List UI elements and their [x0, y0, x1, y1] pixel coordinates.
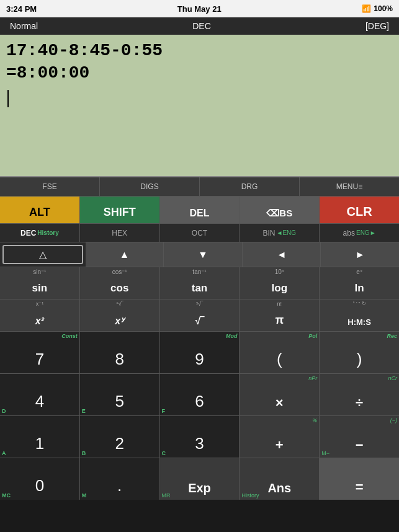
tan-button[interactable]: tan⁻¹ tan [160, 267, 240, 299]
down-icon: ▼ [198, 249, 208, 260]
del-button[interactable]: DEL [160, 197, 240, 223]
button-3[interactable]: 3 C [160, 416, 240, 458]
trig-row: sin⁻¹ sin cos⁻¹ cos tan⁻¹ tan 10ˣ log eˣ… [0, 267, 399, 299]
sin-button[interactable]: sin⁻¹ sin [0, 267, 80, 299]
bs-button[interactable]: ⌫BS [240, 197, 320, 223]
arrow-row: △ ▲ ▼ ◄ ► [0, 242, 399, 267]
alt-button[interactable]: ALT [0, 197, 80, 223]
button-8[interactable]: 8 [80, 332, 160, 373]
mode-dec[interactable]: DEC [192, 21, 211, 31]
exp-button[interactable]: Exp MR [160, 458, 240, 500]
cursor [7, 90, 9, 107]
up-outline-icon: △ [39, 249, 47, 260]
close-paren-button[interactable]: Rec ) [320, 332, 399, 373]
power-row: x⁻¹ x² ˣ√‾ xʸ ³√‾ √‾ n! π ° ′ ″ ↻ H:M:S [0, 299, 399, 331]
func-row: FSE DIGS DRG MENU≡ [0, 177, 399, 196]
display: 17:40-8:45-0:55 =8:00:00 [0, 35, 399, 177]
mode-deg[interactable]: [DEG] [365, 21, 389, 31]
minus-button[interactable]: (−) − M− [320, 416, 399, 458]
display-line2: =8:00:00 [6, 62, 393, 84]
button-9[interactable]: Mod 9 [160, 332, 240, 373]
wifi-icon: 📶 [362, 4, 371, 13]
display-text: 17:40-8:45-0:55 =8:00:00 [6, 40, 393, 107]
status-time: 3:24 PM [6, 4, 37, 14]
up-button[interactable]: ▲ [86, 242, 164, 267]
display-line1: 17:40-8:45-0:55 [6, 40, 393, 62]
battery-text: 100% [374, 4, 393, 13]
multiply-button[interactable]: nPr × [240, 374, 320, 415]
sqrt-button[interactable]: ³√‾ √‾ [160, 299, 240, 331]
row-456: 4 D 5 E 6 F nPr × nCr ÷ [0, 373, 399, 415]
status-bar: 3:24 PM Thu May 21 📶 100% [0, 0, 399, 17]
xy-button[interactable]: ˣ√‾ xʸ [80, 299, 160, 331]
x2-button[interactable]: x⁻¹ x² [0, 299, 80, 331]
alt-shift-row: ALT SHIFT DEL ⌫BS CLR [0, 196, 399, 223]
fse-button[interactable]: FSE [0, 177, 100, 196]
log-button[interactable]: 10ˣ log [240, 267, 320, 299]
clr-button[interactable]: CLR [320, 197, 399, 223]
left-button[interactable]: ◄ [243, 242, 321, 267]
calc-area: FSE DIGS DRG MENU≡ ALT SHIFT DEL ⌫BS CLR… [0, 177, 399, 500]
status-indicators: 📶 100% [362, 4, 393, 13]
hms-button[interactable]: ° ′ ″ ↻ H:M:S [320, 299, 399, 331]
button-4[interactable]: 4 D [0, 374, 80, 415]
drg-button[interactable]: DRG [200, 177, 300, 196]
cos-button[interactable]: cos⁻¹ cos [80, 267, 160, 299]
row-789: Const 7 8 Mod 9 Pol ( Rec ) [0, 331, 399, 373]
mode-bar: Normal DEC [DEG] [0, 17, 399, 35]
status-day: Thu May 21 [177, 4, 222, 14]
button-1[interactable]: 1 A [0, 416, 80, 458]
mode-row: DEC History HEX OCT BIN ◄ENG abs ENG► [0, 223, 399, 242]
button-7[interactable]: Const 7 [0, 332, 80, 373]
row-123: 1 A 2 B 3 C % + (−) − M− [0, 415, 399, 458]
shift-button[interactable]: SHIFT [80, 197, 160, 223]
oct-mode-button[interactable]: OCT [160, 224, 240, 242]
right-button[interactable]: ► [321, 242, 399, 267]
bin-mode-button[interactable]: BIN ◄ENG [240, 224, 320, 242]
button-0[interactable]: 0 MC [0, 458, 80, 500]
dec-mode-button[interactable]: DEC History [0, 224, 80, 242]
equals-button[interactable]: = [320, 458, 399, 500]
mode-normal[interactable]: Normal [10, 21, 38, 31]
pi-button[interactable]: n! π [240, 299, 320, 331]
right-icon: ► [355, 249, 365, 260]
ln-button[interactable]: eˣ ln [320, 267, 399, 299]
button-6[interactable]: 6 F [160, 374, 240, 415]
divide-button[interactable]: nCr ÷ [320, 374, 399, 415]
plus-button[interactable]: % + [240, 416, 320, 458]
button-2[interactable]: 2 B [80, 416, 160, 458]
open-paren-button[interactable]: Pol ( [240, 332, 320, 373]
down-button[interactable]: ▼ [164, 242, 243, 267]
button-5[interactable]: 5 E [80, 374, 160, 415]
abs-mode-button[interactable]: abs ENG► [320, 224, 399, 242]
hex-mode-button[interactable]: HEX [80, 224, 160, 242]
digs-button[interactable]: DIGS [100, 177, 200, 196]
row-0: 0 MC . M Exp MR Ans History = [0, 458, 399, 500]
ans-button[interactable]: Ans History [240, 458, 320, 500]
menu-button[interactable]: MENU≡ [300, 177, 399, 196]
up-outline-button[interactable]: △ [2, 245, 83, 264]
left-icon: ◄ [277, 249, 287, 260]
dot-button[interactable]: . M [80, 458, 160, 500]
up-icon: ▲ [119, 249, 129, 260]
